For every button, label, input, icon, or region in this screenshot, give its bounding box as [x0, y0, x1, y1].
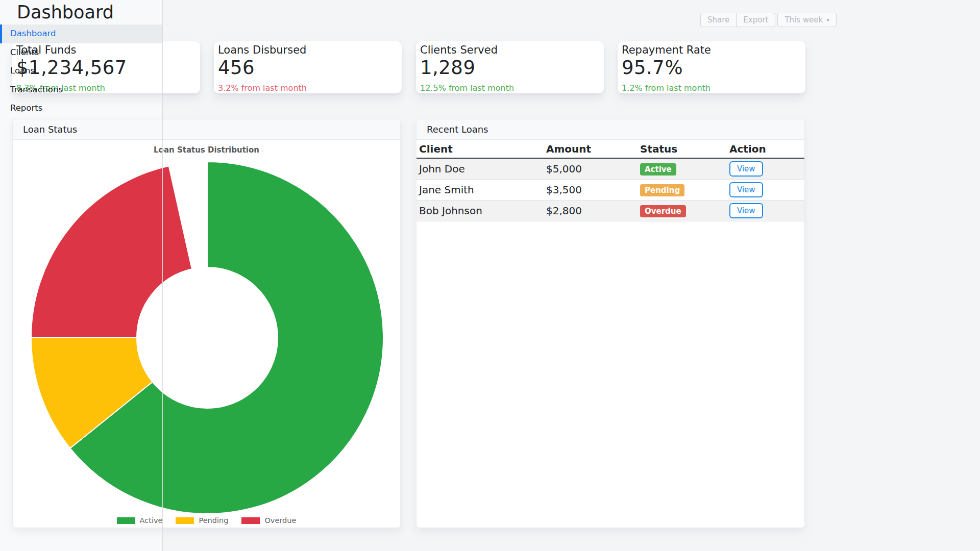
recent-loans-table: Client Amount Status Action John Doe $5,…	[416, 140, 804, 221]
period-dropdown-label: This week	[785, 15, 823, 25]
stat-label: Clients Served	[420, 44, 600, 56]
sidebar-item-dashboard[interactable]: Dashboard	[0, 24, 162, 43]
status-badge: Active	[640, 163, 676, 176]
cell-client: Bob Johnson	[416, 201, 544, 221]
toolbar: Share Export This week ▾	[700, 13, 837, 27]
legend-swatch-pending	[176, 517, 194, 524]
legend-label: Overdue	[264, 516, 296, 524]
cell-amount: $5,000	[544, 158, 638, 180]
table-header-row: Client Amount Status Action	[416, 140, 804, 158]
stat-delta: 1.2% from last month	[622, 83, 801, 93]
column-header-amount: Amount	[544, 140, 638, 158]
recent-loans-panel: Recent Loans Client Amount Status Action…	[416, 119, 805, 528]
export-button[interactable]: Export	[736, 13, 775, 27]
cell-status: Active	[638, 158, 727, 180]
period-dropdown[interactable]: This week ▾	[777, 13, 836, 27]
stat-value: 1,289	[420, 57, 600, 79]
cell-client: John Doe	[416, 158, 544, 180]
stat-label: Loans Disbursed	[218, 44, 398, 56]
cell-client: Jane Smith	[416, 180, 544, 201]
stat-card-repayment-rate: Repayment Rate 95.7% 1.2% from last mont…	[618, 41, 805, 93]
cell-status: Overdue	[638, 201, 727, 221]
chevron-down-icon: ▾	[826, 17, 829, 23]
status-badge: Overdue	[640, 205, 686, 217]
table-row: Jane Smith $3,500 Pending View	[416, 180, 804, 201]
cell-amount: $2,800	[544, 201, 638, 221]
cell-action: View	[727, 158, 804, 180]
stat-card-loans-disbursed: Loans Disbursed 456 3.2% from last month	[214, 41, 402, 93]
column-header-client: Client	[416, 140, 544, 158]
legend-swatch-overdue	[241, 517, 260, 524]
legend-label: Pending	[199, 516, 228, 524]
share-button[interactable]: Share	[700, 13, 737, 27]
stat-value: 456	[218, 57, 398, 79]
view-button[interactable]: View	[729, 203, 763, 218]
legend-item-pending[interactable]: Pending	[176, 516, 228, 524]
legend-item-overdue[interactable]: Overdue	[241, 516, 296, 524]
sidebar-item-loans[interactable]: Loans	[0, 62, 162, 81]
column-header-status: Status	[638, 140, 727, 158]
cell-action: View	[727, 180, 804, 201]
stat-delta: 3.2% from last month	[218, 83, 398, 93]
recent-loans-panel-header: Recent Loans	[416, 119, 804, 140]
table-row: John Doe $5,000 Active View	[416, 158, 804, 180]
view-button[interactable]: View	[729, 161, 763, 177]
sidebar-item-reports[interactable]: Reports	[0, 99, 162, 118]
stat-label: Repayment Rate	[622, 44, 801, 56]
sidebar-item-transactions[interactable]: Transactions	[0, 81, 162, 99]
stat-value: 95.7%	[622, 57, 801, 79]
cell-amount: $3,500	[544, 180, 638, 201]
stat-delta: 12.5% from last month	[420, 83, 600, 93]
status-badge: Pending	[640, 184, 684, 196]
stat-card-clients-served: Clients Served 1,289 12.5% from last mon…	[416, 41, 604, 93]
sidebar-nav: Dashboard Clients Loans Transactions Rep…	[0, 24, 162, 118]
cell-action: View	[727, 201, 804, 221]
view-button[interactable]: View	[729, 182, 763, 197]
table-row: Bob Johnson $2,800 Overdue View	[416, 201, 804, 221]
sidebar: Dashboard Clients Loans Transactions Rep…	[0, 0, 163, 551]
sidebar-item-clients[interactable]: Clients	[0, 43, 162, 62]
column-header-action: Action	[727, 140, 804, 158]
share-export-button-group: Share Export	[700, 13, 775, 27]
cell-status: Pending	[638, 180, 727, 201]
